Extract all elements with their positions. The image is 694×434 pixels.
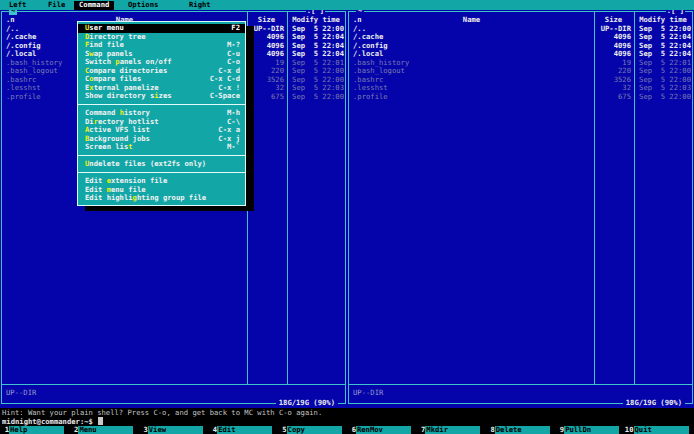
fkey-10-quit[interactable]: 10Quit — [625, 426, 694, 434]
fkey-number: 3 — [139, 426, 148, 434]
prompt-text: midnight@commander:~$ — [2, 417, 97, 426]
file-size: 675 — [591, 93, 631, 102]
right-panel: ~ .[^] .n Name Size Modify time /..UP--D… — [348, 11, 693, 404]
function-key-bar: 1Help2Menu3View4Edit5Copy6RenMov7Mkdir8D… — [0, 426, 694, 434]
fkey-number: 7 — [416, 426, 425, 434]
label-post: ndelete files (ext2fs only) — [89, 159, 206, 168]
fkey-label: PullDn — [564, 426, 619, 434]
file-mtime: Sep 5 22:00 — [636, 93, 691, 102]
panel-divider — [349, 384, 692, 385]
mc-screen: LeftFileCommandOptionsRight ~ .[^] .n Na… — [0, 0, 694, 434]
label-pre: Screen lis — [85, 142, 128, 151]
menu-item-label: Screen list — [85, 143, 133, 152]
label-post: zes — [159, 91, 172, 100]
file-row[interactable]: .profile675Sep 5 22:00 — [349, 93, 692, 102]
menubar-item-right[interactable]: Right — [189, 1, 211, 10]
fkey-6-renmov[interactable]: 6RenMov — [347, 426, 416, 434]
hotkey-letter: t — [128, 142, 132, 151]
fkey-number: 2 — [69, 426, 78, 434]
menubar-item-options[interactable]: Options — [128, 1, 158, 10]
file-mtime: Sep 5 22:00 — [289, 93, 344, 102]
menu-item-undelete-files-ext2fs-only[interactable]: Undelete files (ext2fs only) — [78, 160, 245, 169]
menu-item-screen-list[interactable]: Screen listM-` — [78, 143, 245, 152]
fkey-number: 8 — [486, 426, 495, 434]
fkey-label: Copy — [287, 426, 342, 434]
menu-shortcut: C-Space — [210, 92, 240, 101]
panel-divider — [2, 384, 345, 385]
menu-bar: LeftFileCommandOptionsRight — [0, 0, 694, 10]
fkey-2-menu[interactable]: 2Menu — [69, 426, 138, 434]
menubar-item-file[interactable]: File — [48, 1, 65, 10]
menubar-item-command[interactable]: Command — [74, 1, 114, 10]
fkey-label: View — [148, 426, 203, 434]
fkey-3-view[interactable]: 3View — [139, 426, 208, 434]
menu-item-label: Edit highlighting group file — [85, 194, 206, 203]
fkey-label: Help — [9, 426, 64, 434]
fkey-label: RenMov — [356, 426, 411, 434]
fkey-label: Menu — [78, 426, 133, 434]
command-dropdown-menu: User menuF2Directory treeFind fileM-?Swa… — [77, 21, 246, 206]
menu-item-label: Undelete files (ext2fs only) — [85, 160, 206, 169]
label-pre: Show directory s — [85, 91, 154, 100]
label-post: hting group file — [137, 193, 206, 202]
file-list: /..UP--DIRSep 5 22:00/.cache4096Sep 5 22… — [349, 25, 692, 102]
menu-item-show-directory-sizes[interactable]: Show directory sizesC-Space — [78, 92, 245, 101]
fkey-8-delete[interactable]: 8Delete — [486, 426, 555, 434]
fkey-label: Quit — [634, 426, 689, 434]
text-cursor — [98, 417, 102, 425]
file-name: .profile — [6, 93, 41, 102]
fkey-4-edit[interactable]: 4Edit — [208, 426, 277, 434]
file-size: 675 — [244, 93, 284, 102]
menu-shortcut: M-` — [227, 143, 240, 152]
free-space-indicator: 18G/19G (90%) — [623, 399, 685, 408]
menu-item-label: Show directory sizes — [85, 92, 172, 101]
fkey-label: Edit — [217, 426, 272, 434]
menu-shortcut: F2 — [231, 24, 240, 33]
fkey-label: Mkdir — [425, 426, 480, 434]
column-header-name[interactable]: Name — [349, 16, 594, 25]
menubar-item-left[interactable]: Left — [9, 1, 26, 10]
workspace: ~ .[^] .n Name Size Modify time /..UP--D… — [0, 10, 694, 408]
file-name: .profile — [353, 93, 388, 102]
fkey-number: 1 — [0, 426, 9, 434]
menu-item-edit-highlighting-group-file[interactable]: Edit highlighting group file — [78, 194, 245, 203]
mini-status: UP--DIR — [6, 389, 36, 398]
fkey-5-copy[interactable]: 5Copy — [278, 426, 347, 434]
fkey-7-mkdir[interactable]: 7Mkdir — [416, 426, 485, 434]
fkey-number: 9 — [555, 426, 564, 434]
fkey-9-pulldn[interactable]: 9PullDn — [555, 426, 624, 434]
free-space-indicator: 18G/19G (90%) — [276, 399, 338, 408]
mini-status: UP--DIR — [353, 389, 383, 398]
fkey-number: 10 — [625, 426, 634, 434]
fkey-label: Delete — [495, 426, 550, 434]
label-pre: Edit highli — [85, 193, 133, 202]
fkey-number: 5 — [278, 426, 287, 434]
fkey-1-help[interactable]: 1Help — [0, 426, 69, 434]
fkey-number: 6 — [347, 426, 356, 434]
fkey-number: 4 — [208, 426, 217, 434]
